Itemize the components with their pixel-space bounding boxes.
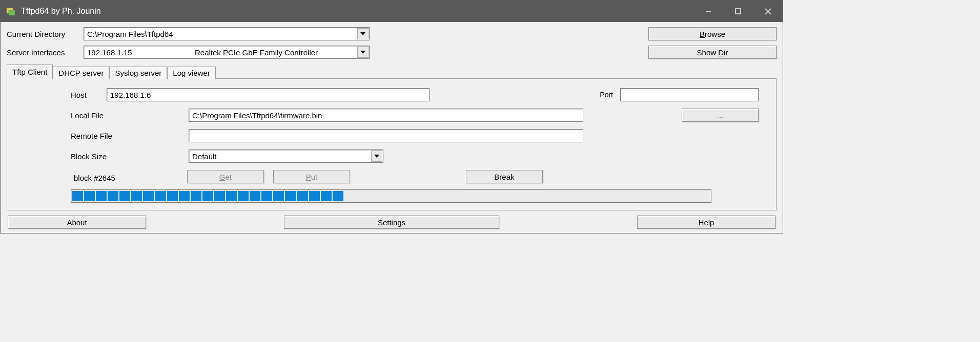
progress-segment bbox=[356, 191, 367, 201]
progress-segment bbox=[155, 191, 166, 201]
progress-segment bbox=[652, 191, 663, 201]
tabstrip: Tftp Client DHCP server Syslog server Lo… bbox=[7, 64, 777, 78]
transfer-progress-bar bbox=[71, 189, 711, 203]
app-icon bbox=[6, 6, 16, 16]
server-interface-ip: 192.168.1.15 bbox=[87, 48, 195, 57]
progress-segment bbox=[309, 191, 320, 201]
port-input[interactable] bbox=[620, 88, 759, 101]
progress-segment bbox=[699, 191, 710, 201]
server-interfaces-label: Server interfaces bbox=[7, 48, 84, 57]
progress-segment bbox=[415, 191, 426, 201]
progress-segment bbox=[427, 191, 438, 201]
progress-segment bbox=[368, 191, 379, 201]
tab-syslog-server[interactable]: Syslog server bbox=[109, 67, 167, 79]
progress-segment bbox=[84, 191, 95, 201]
progress-segment bbox=[131, 191, 142, 201]
remote-file-input[interactable] bbox=[189, 129, 583, 142]
progress-segment bbox=[226, 191, 237, 201]
current-directory-value: C:\Program Files\Tftpd64 bbox=[87, 30, 173, 38]
progress-segment bbox=[664, 191, 675, 201]
tab-log-viewer[interactable]: Log viewer bbox=[167, 67, 216, 79]
host-label: Host bbox=[14, 91, 107, 99]
put-button[interactable]: Put bbox=[273, 170, 350, 183]
host-input[interactable]: 192.168.1.6 bbox=[107, 88, 430, 101]
tab-tftp-client[interactable]: Tftp Client bbox=[7, 65, 53, 79]
tab-dhcp-server[interactable]: DHCP server bbox=[53, 67, 109, 79]
current-directory-row: Current Directory C:\Program Files\Tftpd… bbox=[7, 27, 777, 40]
progress-segment bbox=[605, 191, 616, 201]
show-dir-button[interactable]: Show Dir bbox=[648, 46, 777, 59]
progress-segment bbox=[143, 191, 154, 201]
local-file-input[interactable]: C:\Program Files\Tftpd64\firmware.bin bbox=[189, 109, 583, 122]
minimize-button[interactable] bbox=[693, 1, 723, 22]
tabs: Tftp Client DHCP server Syslog server Lo… bbox=[7, 64, 777, 210]
progress-segment bbox=[273, 191, 284, 201]
dropdown-arrow-icon[interactable] bbox=[357, 47, 369, 58]
progress-segment bbox=[628, 191, 639, 201]
progress-segment bbox=[297, 191, 308, 201]
svg-rect-1 bbox=[9, 10, 15, 15]
break-button[interactable]: Break bbox=[466, 170, 543, 183]
progress-segment bbox=[534, 191, 544, 201]
titlebar: Tftpd64 by Ph. Jounin bbox=[1, 1, 783, 22]
current-directory-combo[interactable]: C:\Program Files\Tftpd64 bbox=[84, 27, 370, 40]
local-file-browse-button[interactable]: ... bbox=[682, 109, 759, 122]
block-size-row: Block Size Default bbox=[14, 149, 769, 163]
progress-segment bbox=[475, 191, 485, 201]
progress-segment bbox=[333, 191, 343, 201]
progress-segment bbox=[510, 191, 521, 201]
progress-segment bbox=[687, 191, 698, 201]
local-file-row: Local File C:\Program Files\Tftpd64\firm… bbox=[14, 109, 769, 122]
progress-segment bbox=[238, 191, 249, 201]
window-title: Tftpd64 by Ph. Jounin bbox=[21, 7, 101, 16]
window-controls bbox=[693, 1, 783, 22]
dropdown-arrow-icon[interactable] bbox=[371, 151, 382, 162]
progress-segment bbox=[522, 191, 533, 201]
server-interface-adapter: Realtek PCIe GbE Family Controller bbox=[195, 48, 318, 57]
progress-segment bbox=[676, 191, 686, 201]
progress-segment bbox=[569, 191, 580, 201]
browse-button[interactable]: Browse bbox=[648, 27, 777, 40]
progress-segment bbox=[463, 191, 474, 201]
remote-file-row: Remote File bbox=[14, 129, 769, 142]
host-row: Host 192.168.1.6 Port bbox=[14, 88, 769, 101]
svg-rect-3 bbox=[736, 9, 741, 14]
maximize-button[interactable] bbox=[723, 1, 753, 22]
port-label: Port bbox=[587, 91, 613, 99]
progress-segment bbox=[202, 191, 213, 201]
progress-segment bbox=[321, 191, 332, 201]
progress-segment bbox=[261, 191, 272, 201]
about-button[interactable]: About bbox=[8, 216, 146, 229]
progress-segment bbox=[108, 191, 118, 201]
local-file-label: Local File bbox=[14, 111, 189, 120]
progress-segment bbox=[439, 191, 450, 201]
dropdown-arrow-icon[interactable] bbox=[357, 28, 369, 39]
help-button[interactable]: Help bbox=[637, 216, 775, 229]
app-window: Tftpd64 by Ph. Jounin Current Directory … bbox=[0, 0, 783, 233]
server-interfaces-row: Server interfaces 192.168.1.15 Realtek P… bbox=[7, 46, 777, 59]
progress-segment bbox=[380, 191, 391, 201]
close-button[interactable] bbox=[753, 1, 783, 22]
progress-segment bbox=[581, 191, 591, 201]
tab-panel-tftp-client: Host 192.168.1.6 Port Local File C:\Prog… bbox=[7, 78, 777, 210]
get-button[interactable]: Get bbox=[187, 170, 264, 183]
progress-segment bbox=[451, 191, 462, 201]
progress-segment bbox=[545, 191, 556, 201]
server-interfaces-combo[interactable]: 192.168.1.15 Realtek PCIe GbE Family Con… bbox=[84, 46, 370, 59]
footer: About Settings Help bbox=[7, 213, 777, 229]
progress-segment bbox=[344, 191, 355, 201]
block-size-label: Block Size bbox=[14, 152, 189, 161]
transfer-status-text: block #2645 bbox=[74, 174, 115, 182]
block-size-dropdown[interactable]: Default bbox=[189, 149, 383, 163]
progress-segment bbox=[179, 191, 190, 201]
progress-segment bbox=[403, 191, 414, 201]
settings-button[interactable]: Settings bbox=[284, 216, 499, 229]
progress-segment bbox=[167, 191, 178, 201]
progress-segment bbox=[285, 191, 296, 201]
remote-file-label: Remote File bbox=[14, 132, 189, 140]
progress-segment bbox=[250, 191, 260, 201]
current-directory-label: Current Directory bbox=[7, 30, 84, 38]
progress-segment bbox=[640, 191, 651, 201]
progress-segment bbox=[72, 191, 83, 201]
progress-segment bbox=[498, 191, 509, 201]
